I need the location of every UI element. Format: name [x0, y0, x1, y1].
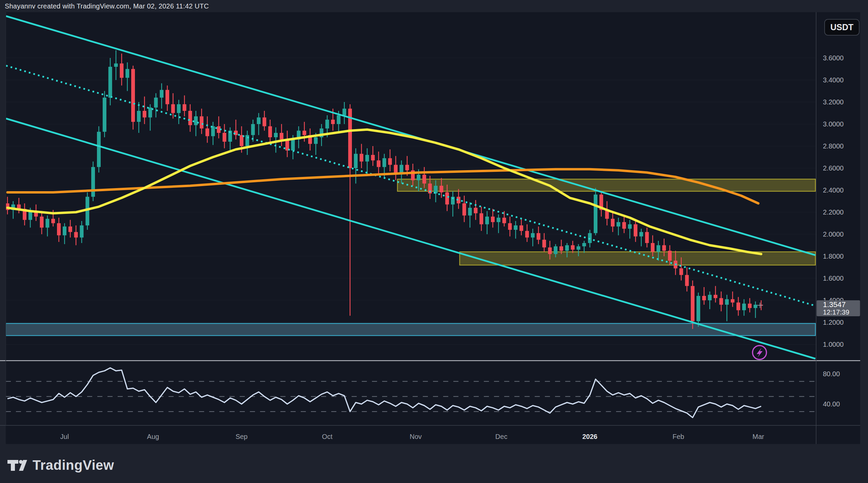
candle-body [508, 223, 512, 230]
footer-bar: TradingView [0, 447, 868, 483]
candle-body [525, 231, 529, 238]
candle-body [399, 165, 403, 173]
candle-body [491, 217, 495, 222]
candle-body [445, 193, 449, 205]
candle-body [417, 175, 420, 180]
candle-body [188, 111, 192, 125]
quote-currency-badge[interactable]: USDT [825, 19, 859, 35]
price-tick-label: 2.4000 [823, 186, 844, 194]
candle-body [137, 111, 141, 122]
candle-body [326, 120, 329, 128]
candle-body [63, 226, 66, 235]
candle-body [679, 268, 683, 275]
candle-body [439, 186, 443, 193]
candle-body [548, 247, 552, 254]
candle-body [714, 295, 717, 298]
candle-body [194, 116, 198, 125]
rsi-axis-label: 80.00 [823, 370, 840, 378]
candle-body [257, 118, 260, 124]
candle-body [74, 232, 78, 238]
time-tick-label: Oct [322, 433, 333, 440]
price-tick-label: 1.0000 [823, 341, 844, 348]
candle-body [205, 128, 209, 136]
candle-body [634, 224, 637, 237]
candle-body [736, 303, 740, 310]
candle-body [280, 133, 283, 140]
candle-body [514, 225, 517, 230]
candle-body [120, 63, 123, 78]
candle-body [622, 222, 626, 229]
candle-body [274, 133, 278, 137]
candle-body [577, 246, 580, 250]
candle-body [171, 104, 175, 113]
candle-body [97, 132, 101, 167]
candle-body [200, 116, 203, 128]
candle-body [80, 225, 83, 238]
attribution-bar: Shayannv created with TradingView.com, M… [0, 0, 868, 12]
candle-body [702, 296, 706, 300]
candle-body [582, 243, 586, 246]
candle-body [382, 158, 386, 167]
candle-body [531, 233, 535, 238]
candle-body [51, 219, 55, 223]
candle-body [394, 165, 398, 173]
candle-body [616, 222, 620, 226]
candle-body [594, 195, 597, 233]
candle-body [474, 208, 477, 213]
candle-body [708, 295, 712, 300]
candle-body [748, 304, 752, 308]
candle-body [68, 226, 72, 232]
candle-body [731, 299, 734, 303]
price-tick-label: 3.4000 [823, 76, 844, 84]
candle-body [668, 251, 672, 261]
candle-body [468, 208, 472, 216]
candle-body [114, 63, 118, 67]
price-tick-label: 3.2000 [823, 98, 844, 106]
last-price-badge: 1.3547 12:17:39 [817, 300, 860, 316]
time-tick-label: Feb [672, 433, 684, 440]
candle-body [462, 203, 466, 216]
candle-body [131, 69, 135, 122]
candle-body [662, 245, 666, 251]
candle-body [160, 90, 163, 98]
price-tick-label: 1.2000 [823, 319, 844, 326]
candle-body [725, 299, 729, 305]
candle-body [103, 98, 106, 132]
candle-body [754, 305, 757, 308]
candle-body [365, 155, 369, 162]
candle-body [405, 165, 409, 170]
candle-body [337, 115, 340, 124]
price-tick-label: 3.6000 [823, 54, 844, 62]
candle-body [628, 224, 632, 229]
candle-body [57, 223, 61, 236]
lightning-button[interactable] [753, 346, 767, 360]
candle-body [656, 245, 660, 252]
price-tick-label: 1.8000 [823, 253, 844, 260]
candle-body [502, 218, 506, 223]
last-price-value: 1.3547 [823, 300, 846, 309]
candle-body [537, 233, 540, 240]
candle-body [377, 160, 380, 167]
candle-body [45, 219, 49, 228]
candle-body [91, 167, 95, 197]
candle-body [554, 246, 557, 254]
quote-currency-label: USDT [830, 22, 853, 32]
tradingview-logo-icon[interactable] [7, 459, 27, 471]
candle-body [291, 140, 295, 151]
bar-countdown: 12:17:39 [823, 308, 849, 316]
candle-body [388, 158, 392, 165]
candle-body [742, 304, 746, 310]
tradingview-chart-screenshot: Shayannv created with TradingView.com, M… [0, 0, 868, 483]
time-tick-label: Nov [410, 433, 422, 440]
candle-body [485, 217, 489, 224]
candle-body [360, 154, 363, 162]
chart-canvas[interactable]: 80.0040.00 3.60003.40003.20003.00002.800… [0, 0, 868, 483]
candle-body [422, 175, 426, 184]
time-tick-label: 2026 [582, 433, 597, 440]
candle-body [342, 109, 346, 116]
price-tick-label: 1.6000 [823, 275, 844, 282]
candle-body [559, 246, 563, 251]
tradingview-logo-text[interactable]: TradingView [33, 458, 114, 473]
candle-body [479, 213, 483, 224]
candle-body [268, 126, 272, 138]
